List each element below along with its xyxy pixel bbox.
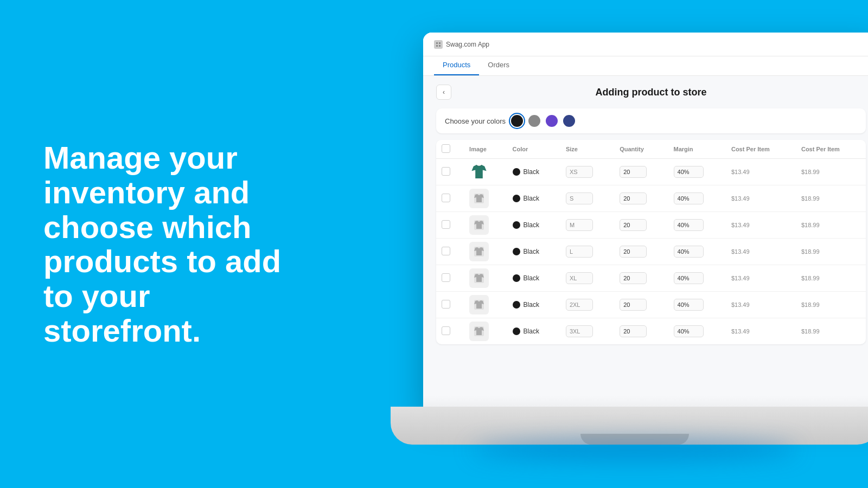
item-price: $18.99 xyxy=(801,275,820,281)
row-checkbox[interactable] xyxy=(442,300,450,309)
color-cell: Black xyxy=(513,168,555,176)
col-color: Color xyxy=(507,140,560,159)
color-cell: Black xyxy=(513,195,555,202)
quantity-input[interactable] xyxy=(620,166,647,178)
product-image-placeholder xyxy=(469,322,489,341)
laptop-screen: Swag.com App Products Orders ‹ Adding pr… xyxy=(423,33,868,412)
cost-per-item: $13.49 xyxy=(731,328,750,335)
item-price: $18.99 xyxy=(801,169,820,175)
color-circle xyxy=(513,328,520,335)
color-dot-navy[interactable] xyxy=(563,115,575,127)
row-checkbox[interactable] xyxy=(442,194,450,202)
cost-per-item: $13.49 xyxy=(731,222,750,228)
color-name: Black xyxy=(524,328,539,335)
app-logo-label: Swag.com App xyxy=(446,41,489,48)
row-checkbox[interactable] xyxy=(442,220,450,229)
col-cost-per-item: Cost Per Item xyxy=(726,140,796,159)
size-input[interactable] xyxy=(566,219,593,231)
color-circle xyxy=(513,248,520,255)
left-section: Manage your inventory and choose which p… xyxy=(43,140,304,348)
margin-input[interactable] xyxy=(674,325,704,337)
row-checkbox[interactable] xyxy=(442,247,450,255)
color-chooser-label: Choose your colors xyxy=(445,117,506,125)
item-price: $18.99 xyxy=(801,301,820,308)
app-nav: Products Orders xyxy=(423,56,868,76)
margin-input[interactable] xyxy=(674,272,704,284)
margin-input[interactable] xyxy=(674,166,704,178)
color-cell: Black xyxy=(513,328,555,335)
cost-per-item: $13.49 xyxy=(731,275,750,281)
color-dot-purple[interactable] xyxy=(546,115,558,127)
color-dot-black[interactable] xyxy=(511,115,523,127)
quantity-input[interactable] xyxy=(620,246,647,258)
item-price: $18.99 xyxy=(801,222,820,228)
quantity-input[interactable] xyxy=(620,299,647,311)
cost-per-item: $13.49 xyxy=(731,301,750,308)
quantity-input[interactable] xyxy=(620,325,647,337)
size-input[interactable] xyxy=(566,192,593,204)
back-button[interactable]: ‹ xyxy=(436,85,451,100)
size-input[interactable] xyxy=(566,246,593,258)
product-image-placeholder xyxy=(469,215,489,235)
table-row: Black$13.49$18.99 xyxy=(436,239,866,265)
color-cell: Black xyxy=(513,248,555,255)
table-row: Black$13.49$18.99 xyxy=(436,212,866,239)
color-cell: Black xyxy=(513,221,555,229)
color-circle xyxy=(513,168,520,176)
col-quantity: Quantity xyxy=(614,140,668,159)
quantity-input[interactable] xyxy=(620,272,647,284)
row-checkbox[interactable] xyxy=(442,273,450,282)
product-table: Image Color Size Quantity Margin Cost Pe… xyxy=(436,140,866,344)
table-row: Black$13.49$18.99 xyxy=(436,159,866,185)
quantity-input[interactable] xyxy=(620,192,647,204)
laptop-wrapper: Swag.com App Products Orders ‹ Adding pr… xyxy=(391,33,868,477)
col-image: Image xyxy=(464,140,507,159)
color-name: Black xyxy=(524,274,539,282)
quantity-input[interactable] xyxy=(620,219,647,231)
margin-input[interactable] xyxy=(674,192,704,204)
margin-input[interactable] xyxy=(674,219,704,231)
laptop-shadow xyxy=(472,439,797,461)
col-checkbox xyxy=(436,140,464,159)
color-cell: Black xyxy=(513,274,555,282)
product-image-placeholder xyxy=(469,242,489,261)
app-ui: Swag.com App Products Orders ‹ Adding pr… xyxy=(423,33,868,412)
tab-orders[interactable]: Orders xyxy=(479,56,518,75)
cost-per-item: $13.49 xyxy=(731,195,750,202)
margin-input[interactable] xyxy=(674,299,704,311)
cost-per-item: $13.49 xyxy=(731,248,750,255)
row-checkbox[interactable] xyxy=(442,167,450,176)
color-name: Black xyxy=(524,221,539,229)
row-checkbox[interactable] xyxy=(442,326,450,335)
color-chooser: Choose your colors xyxy=(436,108,866,133)
svg-rect-2 xyxy=(436,45,438,47)
item-price: $18.99 xyxy=(801,328,820,335)
color-dot-gray[interactable] xyxy=(528,115,540,127)
margin-input[interactable] xyxy=(674,246,704,258)
size-input[interactable] xyxy=(566,166,593,178)
size-input[interactable] xyxy=(566,325,593,337)
color-name: Black xyxy=(524,168,539,176)
col-size: Size xyxy=(560,140,614,159)
svg-rect-3 xyxy=(439,45,441,47)
table-row: Black$13.49$18.99 xyxy=(436,185,866,212)
tab-products[interactable]: Products xyxy=(434,56,479,75)
size-input[interactable] xyxy=(566,299,593,311)
size-input[interactable] xyxy=(566,272,593,284)
page-title: Adding product to store xyxy=(460,87,842,98)
product-table-container: Image Color Size Quantity Margin Cost Pe… xyxy=(436,140,866,344)
table-row: Black$13.49$18.99 xyxy=(436,318,866,345)
item-price: $18.99 xyxy=(801,195,820,202)
table-row: Black$13.49$18.99 xyxy=(436,292,866,318)
app-content: ‹ Adding product to store Choose your co… xyxy=(423,76,868,412)
color-circle xyxy=(513,221,520,229)
col-cost-per-item-2: Cost Per Item xyxy=(796,140,866,159)
color-name: Black xyxy=(524,195,539,202)
product-image-placeholder xyxy=(469,189,489,208)
svg-rect-0 xyxy=(436,42,438,44)
product-image-placeholder xyxy=(469,268,489,288)
color-circle xyxy=(513,195,520,202)
page-header: ‹ Adding product to store xyxy=(436,85,866,100)
color-cell: Black xyxy=(513,301,555,309)
color-name: Black xyxy=(524,301,539,309)
